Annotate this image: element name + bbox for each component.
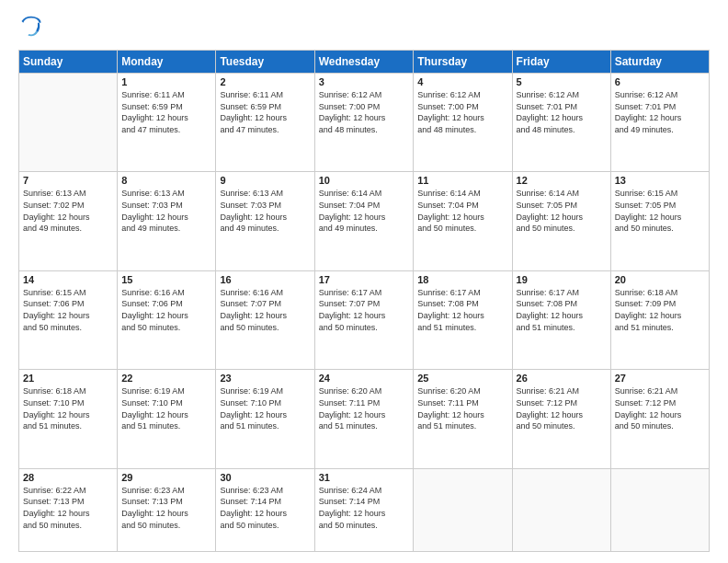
page: SundayMondayTuesdayWednesdayThursdayFrid…	[0, 0, 728, 563]
calendar-cell: 12Sunrise: 6:14 AM Sunset: 7:05 PM Dayli…	[512, 172, 610, 270]
day-number: 5	[517, 76, 607, 87]
day-info: Sunrise: 6:11 AM Sunset: 6:59 PM Dayligh…	[121, 89, 211, 135]
day-number: 20	[615, 274, 705, 285]
day-number: 11	[417, 175, 507, 186]
calendar-cell: 4Sunrise: 6:12 AM Sunset: 7:00 PM Daylig…	[414, 74, 512, 172]
day-info: Sunrise: 6:13 AM Sunset: 7:02 PM Dayligh…	[23, 188, 113, 234]
day-info: Sunrise: 6:19 AM Sunset: 7:10 PM Dayligh…	[220, 385, 310, 431]
day-number: 31	[319, 472, 410, 483]
day-info: Sunrise: 6:12 AM Sunset: 7:00 PM Dayligh…	[417, 89, 507, 135]
calendar-cell: 2Sunrise: 6:11 AM Sunset: 6:59 PM Daylig…	[216, 74, 314, 172]
day-info: Sunrise: 6:14 AM Sunset: 7:05 PM Dayligh…	[517, 188, 607, 234]
day-number: 21	[23, 373, 113, 384]
calendar-cell: 7Sunrise: 6:13 AM Sunset: 7:02 PM Daylig…	[19, 172, 118, 270]
calendar-cell: 16Sunrise: 6:16 AM Sunset: 7:07 PM Dayli…	[216, 270, 314, 369]
calendar-cell: 29Sunrise: 6:23 AM Sunset: 7:13 PM Dayli…	[118, 468, 216, 551]
day-info: Sunrise: 6:11 AM Sunset: 6:59 PM Dayligh…	[220, 89, 310, 135]
calendar-week-row: 21Sunrise: 6:18 AM Sunset: 7:10 PM Dayli…	[19, 370, 710, 468]
calendar-week-row: 28Sunrise: 6:22 AM Sunset: 7:13 PM Dayli…	[19, 468, 710, 551]
day-number: 23	[220, 373, 310, 384]
calendar-week-row: 7Sunrise: 6:13 AM Sunset: 7:02 PM Daylig…	[19, 172, 710, 270]
day-info: Sunrise: 6:15 AM Sunset: 7:05 PM Dayligh…	[615, 188, 705, 234]
day-number: 13	[615, 175, 705, 186]
calendar-table: SundayMondayTuesdayWednesdayThursdayFrid…	[18, 50, 710, 552]
day-info: Sunrise: 6:18 AM Sunset: 7:09 PM Dayligh…	[615, 287, 705, 333]
calendar-cell: 17Sunrise: 6:17 AM Sunset: 7:07 PM Dayli…	[314, 270, 414, 369]
day-info: Sunrise: 6:13 AM Sunset: 7:03 PM Dayligh…	[121, 188, 211, 234]
day-number: 4	[417, 76, 507, 87]
day-info: Sunrise: 6:12 AM Sunset: 7:01 PM Dayligh…	[615, 89, 705, 135]
day-info: Sunrise: 6:23 AM Sunset: 7:14 PM Dayligh…	[220, 485, 310, 531]
day-number: 22	[121, 373, 211, 384]
calendar-cell: 31Sunrise: 6:24 AM Sunset: 7:14 PM Dayli…	[314, 468, 414, 551]
calendar-cell: 23Sunrise: 6:19 AM Sunset: 7:10 PM Dayli…	[216, 370, 314, 468]
day-number: 16	[220, 274, 310, 285]
weekday-header: Thursday	[414, 51, 512, 74]
calendar-cell: 15Sunrise: 6:16 AM Sunset: 7:06 PM Dayli…	[118, 270, 216, 369]
calendar-cell: 30Sunrise: 6:23 AM Sunset: 7:14 PM Dayli…	[216, 468, 314, 551]
calendar-cell: 1Sunrise: 6:11 AM Sunset: 6:59 PM Daylig…	[118, 74, 216, 172]
calendar-cell	[414, 468, 512, 551]
day-number: 18	[417, 274, 507, 285]
day-number: 7	[23, 175, 113, 186]
day-number: 27	[615, 373, 705, 384]
day-number: 25	[417, 373, 507, 384]
day-info: Sunrise: 6:20 AM Sunset: 7:11 PM Dayligh…	[417, 385, 507, 431]
calendar-cell: 25Sunrise: 6:20 AM Sunset: 7:11 PM Dayli…	[414, 370, 512, 468]
calendar-cell: 9Sunrise: 6:13 AM Sunset: 7:03 PM Daylig…	[216, 172, 314, 270]
day-number: 24	[319, 373, 410, 384]
header	[18, 15, 710, 40]
weekday-header: Monday	[118, 51, 216, 74]
day-info: Sunrise: 6:19 AM Sunset: 7:10 PM Dayligh…	[121, 385, 211, 431]
day-number: 1	[121, 76, 211, 87]
weekday-header: Friday	[512, 51, 610, 74]
calendar-cell: 13Sunrise: 6:15 AM Sunset: 7:05 PM Dayli…	[610, 172, 709, 270]
day-number: 2	[220, 76, 310, 87]
day-info: Sunrise: 6:13 AM Sunset: 7:03 PM Dayligh…	[220, 188, 310, 234]
calendar-cell: 22Sunrise: 6:19 AM Sunset: 7:10 PM Dayli…	[118, 370, 216, 468]
calendar-cell: 6Sunrise: 6:12 AM Sunset: 7:01 PM Daylig…	[610, 74, 709, 172]
day-info: Sunrise: 6:20 AM Sunset: 7:11 PM Dayligh…	[319, 385, 410, 431]
day-number: 15	[121, 274, 211, 285]
calendar-week-row: 1Sunrise: 6:11 AM Sunset: 6:59 PM Daylig…	[19, 74, 710, 172]
calendar-cell: 11Sunrise: 6:14 AM Sunset: 7:04 PM Dayli…	[414, 172, 512, 270]
weekday-header-row: SundayMondayTuesdayWednesdayThursdayFrid…	[19, 51, 710, 74]
calendar-cell: 19Sunrise: 6:17 AM Sunset: 7:08 PM Dayli…	[512, 270, 610, 369]
day-info: Sunrise: 6:24 AM Sunset: 7:14 PM Dayligh…	[319, 485, 410, 531]
calendar-cell: 20Sunrise: 6:18 AM Sunset: 7:09 PM Dayli…	[610, 270, 709, 369]
weekday-header: Saturday	[610, 51, 709, 74]
day-number: 26	[517, 373, 607, 384]
calendar-cell	[19, 74, 118, 172]
day-info: Sunrise: 6:12 AM Sunset: 7:00 PM Dayligh…	[319, 89, 410, 135]
day-number: 8	[121, 175, 211, 186]
day-number: 9	[220, 175, 310, 186]
calendar-cell: 28Sunrise: 6:22 AM Sunset: 7:13 PM Dayli…	[19, 468, 118, 551]
calendar-cell: 3Sunrise: 6:12 AM Sunset: 7:00 PM Daylig…	[314, 74, 414, 172]
day-info: Sunrise: 6:16 AM Sunset: 7:07 PM Dayligh…	[220, 287, 310, 333]
logo-icon	[18, 15, 44, 40]
day-number: 12	[517, 175, 607, 186]
calendar-cell: 27Sunrise: 6:21 AM Sunset: 7:12 PM Dayli…	[610, 370, 709, 468]
day-number: 19	[517, 274, 607, 285]
day-info: Sunrise: 6:15 AM Sunset: 7:06 PM Dayligh…	[23, 287, 113, 333]
day-info: Sunrise: 6:22 AM Sunset: 7:13 PM Dayligh…	[23, 485, 113, 531]
day-info: Sunrise: 6:23 AM Sunset: 7:13 PM Dayligh…	[121, 485, 211, 531]
day-info: Sunrise: 6:17 AM Sunset: 7:08 PM Dayligh…	[517, 287, 607, 333]
day-info: Sunrise: 6:12 AM Sunset: 7:01 PM Dayligh…	[517, 89, 607, 135]
calendar-cell: 8Sunrise: 6:13 AM Sunset: 7:03 PM Daylig…	[118, 172, 216, 270]
calendar-week-row: 14Sunrise: 6:15 AM Sunset: 7:06 PM Dayli…	[19, 270, 710, 369]
day-number: 28	[23, 472, 113, 483]
calendar-cell: 21Sunrise: 6:18 AM Sunset: 7:10 PM Dayli…	[19, 370, 118, 468]
calendar-cell: 24Sunrise: 6:20 AM Sunset: 7:11 PM Dayli…	[314, 370, 414, 468]
day-info: Sunrise: 6:14 AM Sunset: 7:04 PM Dayligh…	[319, 188, 410, 234]
day-number: 10	[319, 175, 410, 186]
calendar-cell: 26Sunrise: 6:21 AM Sunset: 7:12 PM Dayli…	[512, 370, 610, 468]
day-info: Sunrise: 6:17 AM Sunset: 7:08 PM Dayligh…	[417, 287, 507, 333]
calendar-cell: 10Sunrise: 6:14 AM Sunset: 7:04 PM Dayli…	[314, 172, 414, 270]
day-info: Sunrise: 6:14 AM Sunset: 7:04 PM Dayligh…	[417, 188, 507, 234]
day-info: Sunrise: 6:21 AM Sunset: 7:12 PM Dayligh…	[517, 385, 607, 431]
day-number: 6	[615, 76, 705, 87]
day-number: 14	[23, 274, 113, 285]
day-info: Sunrise: 6:17 AM Sunset: 7:07 PM Dayligh…	[319, 287, 410, 333]
day-info: Sunrise: 6:16 AM Sunset: 7:06 PM Dayligh…	[121, 287, 211, 333]
